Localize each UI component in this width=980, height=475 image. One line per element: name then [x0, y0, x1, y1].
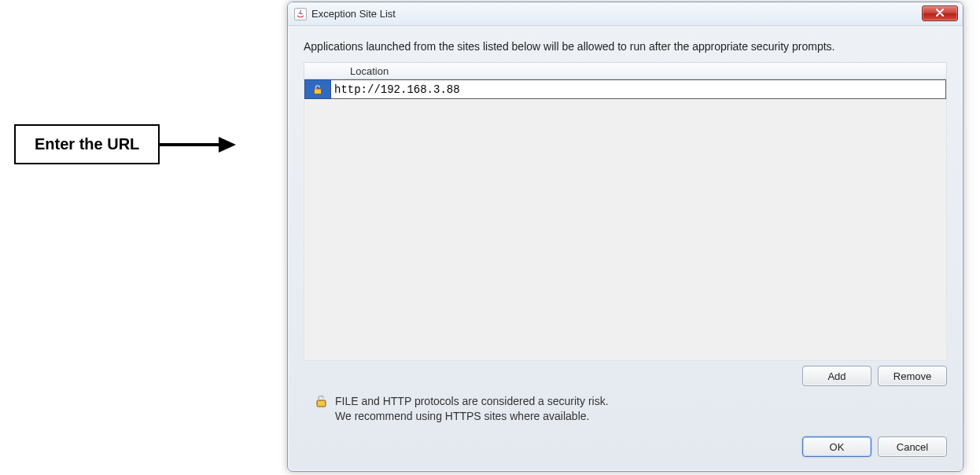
site-url-cell[interactable]: [331, 79, 946, 99]
column-header-row: Location: [304, 62, 947, 79]
site-row-icon-cell: [304, 79, 331, 99]
remove-button[interactable]: Remove: [878, 366, 947, 386]
site-url-input[interactable]: [331, 80, 945, 98]
site-row[interactable]: [304, 79, 946, 99]
svg-rect-1: [317, 400, 326, 407]
warning-line-2: We recommend using HTTPS sites where ava…: [335, 409, 609, 424]
close-icon: [935, 7, 945, 19]
add-remove-row: Add Remove: [304, 366, 947, 386]
ok-button[interactable]: OK: [802, 436, 871, 457]
annotation-label: Enter the URL: [14, 124, 160, 164]
unlocked-padlock-icon: [315, 394, 329, 408]
annotation-arrow-line: [160, 143, 219, 146]
footer-row: OK Cancel: [304, 432, 947, 458]
dialog-title: Exception Site List: [311, 8, 922, 20]
exception-site-list-dialog: Exception Site List Applications launche…: [287, 2, 963, 472]
warning-text: FILE and HTTP protocols are considered a…: [335, 394, 609, 424]
titlebar[interactable]: Exception Site List: [288, 2, 963, 26]
close-button[interactable]: [922, 6, 958, 21]
warning-row: FILE and HTTP protocols are considered a…: [304, 391, 947, 432]
site-list-body[interactable]: [304, 79, 947, 361]
unlocked-padlock-icon: [312, 84, 323, 95]
java-icon: [294, 8, 307, 20]
warning-line-1: FILE and HTTP protocols are considered a…: [335, 394, 609, 409]
cancel-button[interactable]: Cancel: [878, 436, 947, 457]
annotation-callout: Enter the URL: [14, 124, 236, 164]
add-button[interactable]: Add: [802, 366, 871, 386]
svg-rect-0: [315, 89, 322, 94]
column-header-location: Location: [350, 65, 389, 77]
dialog-content: Applications launched from the sites lis…: [288, 26, 963, 471]
annotation-arrow-head: [219, 137, 236, 153]
instruction-text: Applications launched from the sites lis…: [304, 39, 901, 54]
site-list-area: Location: [304, 62, 947, 361]
